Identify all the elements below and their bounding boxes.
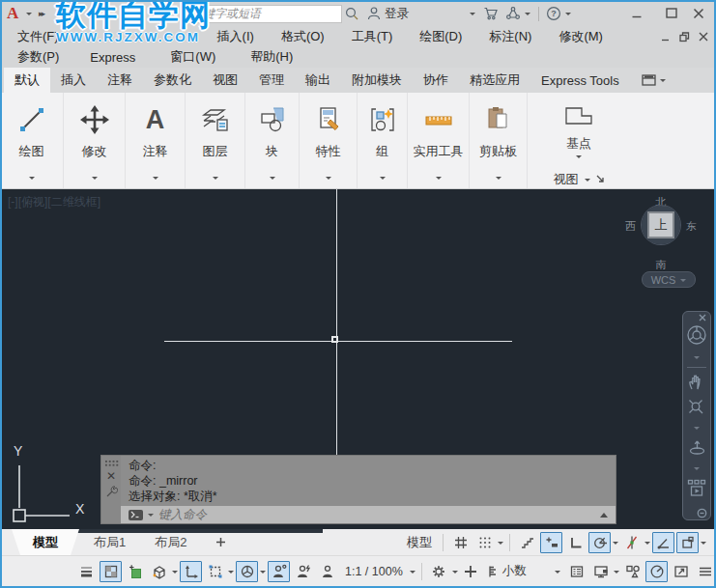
zoom-icon[interactable] <box>687 398 706 417</box>
user-icon[interactable] <box>366 0 382 27</box>
menu-help[interactable]: 帮助(H) <box>233 48 310 66</box>
view-panel-chevron-icon[interactable] <box>585 179 590 184</box>
isolate-objects-button[interactable] <box>621 561 644 582</box>
panel-chevron-icon[interactable] <box>92 177 98 182</box>
ribbon-tab-express-tools[interactable]: Express Tools <box>530 68 630 93</box>
annotation-autoscale-toggle[interactable] <box>292 561 314 582</box>
lock-ui-button[interactable] <box>589 561 612 582</box>
viewcube-south-label[interactable]: 南 <box>623 258 699 272</box>
osnap-3d-toggle[interactable] <box>148 561 170 582</box>
menu-draw[interactable]: 绘图(D) <box>406 28 475 45</box>
view-panel-footer[interactable]: 视图 <box>554 170 605 188</box>
customization-button[interactable] <box>694 561 716 582</box>
ortho-mode-toggle[interactable] <box>564 532 587 553</box>
help-chevron-icon[interactable] <box>565 0 571 27</box>
annotation-scale-icon-button[interactable] <box>316 561 338 582</box>
command-recent-chevron-icon[interactable] <box>148 514 154 519</box>
panel-chevron-icon[interactable] <box>153 177 158 182</box>
panel-chevron-icon[interactable] <box>326 177 331 182</box>
panel-chevron-icon[interactable] <box>380 177 386 182</box>
viewport-controls-label[interactable]: [-][俯视][二维线框] <box>8 194 100 210</box>
pan-hand-icon[interactable] <box>687 373 706 392</box>
command-history[interactable]: 命令:命令: _mirror选择对象: *取消* <box>121 456 616 506</box>
panel-clipboard[interactable]: 剪贴板 <box>470 93 528 188</box>
menu-modify[interactable]: 修改(M) <box>545 28 616 45</box>
ribbon-tab-annotate[interactable]: 注释 <box>97 68 143 93</box>
units-dropdown[interactable]: 小数 <box>484 563 563 579</box>
menu-file[interactable]: 文件(F) <box>4 28 72 45</box>
command-customize-wrench-icon[interactable] <box>105 486 118 498</box>
panel-properties[interactable]: 特性 <box>300 93 358 188</box>
dynamic-input-toggle[interactable] <box>540 532 562 553</box>
app-menu-chevron-icon[interactable] <box>26 0 32 27</box>
wheel-chevron-icon[interactable] <box>694 356 700 362</box>
ribbon-tab-parametric[interactable]: 参数化 <box>143 68 202 93</box>
panel-annotate[interactable]: A 注释 <box>126 93 186 188</box>
wcs-button[interactable]: WCS <box>642 271 696 288</box>
panel-chevron-icon[interactable] <box>213 177 218 182</box>
polar-tracking-toggle[interactable] <box>588 532 611 553</box>
grid-toggle[interactable] <box>449 532 472 553</box>
signin-chevron-icon[interactable] <box>470 0 475 27</box>
quick-access-expand-icon[interactable]: ▸▸ <box>39 0 43 27</box>
command-close-icon[interactable]: ✕ <box>106 471 116 481</box>
panel-groups[interactable]: 组 <box>358 93 408 188</box>
osnap-2d-toggle[interactable] <box>652 532 674 553</box>
graphics-performance-toggle[interactable] <box>645 561 668 582</box>
search-input[interactable]: 键字或短语 <box>197 5 342 23</box>
viewcube-west-label[interactable]: 西 <box>625 219 636 234</box>
clean-screen-button[interactable] <box>670 561 692 582</box>
snap-chevron-icon[interactable] <box>498 542 503 547</box>
ribbon-tab-featured[interactable]: 精选应用 <box>459 68 530 93</box>
annotation-monitor-toggle[interactable] <box>460 561 482 582</box>
selection-filtering-toggle[interactable] <box>204 561 226 582</box>
command-input[interactable]: 键入命令 <box>121 506 616 523</box>
menu-window[interactable]: 窗口(W) <box>153 48 233 66</box>
ribbon-display-toggle[interactable] <box>642 68 666 93</box>
polar-chevron-icon[interactable] <box>613 542 618 547</box>
workspace-chevron-icon[interactable] <box>452 571 458 576</box>
ucs-icon[interactable]: Y X <box>6 440 99 525</box>
ribbon-tab-output[interactable]: 输出 <box>295 68 341 93</box>
panel-chevron-icon[interactable] <box>496 177 501 182</box>
lineweight-toggle[interactable] <box>75 561 98 582</box>
lock-ui-chevron-icon[interactable] <box>614 571 619 576</box>
panel-draw[interactable]: 绘图 <box>0 93 64 188</box>
viewcube-top-face[interactable]: 上 <box>647 211 674 238</box>
panel-layers[interactable]: 图层 <box>186 93 245 188</box>
gizmo-chevron-icon[interactable] <box>260 571 266 576</box>
object-snap-chevron-icon[interactable] <box>701 542 706 547</box>
infer-constraints-toggle[interactable] <box>516 532 538 553</box>
menu-format[interactable]: 格式(O) <box>268 28 338 45</box>
ribbon-tab-manage[interactable]: 管理 <box>248 68 295 93</box>
search-icon[interactable] <box>344 0 359 27</box>
object-snap-toggle[interactable] <box>676 532 699 553</box>
osnap-3d-chevron-icon[interactable] <box>172 571 178 576</box>
dynamic-ucs-toggle[interactable] <box>180 561 202 582</box>
doc-close-icon[interactable] <box>699 32 708 42</box>
gizmo-toggle[interactable] <box>236 561 258 582</box>
object-snap-tracking-toggle[interactable] <box>620 532 643 553</box>
osnap-tracking-chevron-icon[interactable] <box>644 542 650 547</box>
orbit-icon[interactable] <box>687 438 707 458</box>
navbar-close-icon[interactable] <box>698 313 707 322</box>
quick-properties-toggle[interactable] <box>565 561 587 582</box>
doc-minimize-icon[interactable] <box>661 32 671 42</box>
showmotion-icon[interactable] <box>687 479 706 497</box>
maximize-button[interactable] <box>661 0 682 27</box>
ribbon-tab-view[interactable]: 视图 <box>202 68 248 93</box>
annotation-scale-value[interactable]: 1:1 / 100% <box>340 565 408 578</box>
orbit-chevron-icon[interactable] <box>694 467 700 473</box>
menu-express[interactable]: Express <box>72 50 153 65</box>
ribbon-tab-home[interactable]: 默认 <box>4 68 50 93</box>
panel-modify[interactable]: 修改 <box>64 93 126 188</box>
ribbon-tab-collaborate[interactable]: 协作 <box>413 68 459 93</box>
dialog-launcher-icon[interactable] <box>596 175 605 183</box>
viewcube-east-label[interactable]: 东 <box>686 219 697 234</box>
annotation-visibility-toggle[interactable] <box>268 561 290 582</box>
navigation-wheel-icon[interactable] <box>685 323 708 347</box>
close-button[interactable] <box>688 0 709 27</box>
command-input-placeholder[interactable]: 键入命令 <box>158 507 207 523</box>
help-icon[interactable]: ? <box>546 0 561 27</box>
layout-tab-layout1[interactable]: 布局1 <box>79 529 140 555</box>
